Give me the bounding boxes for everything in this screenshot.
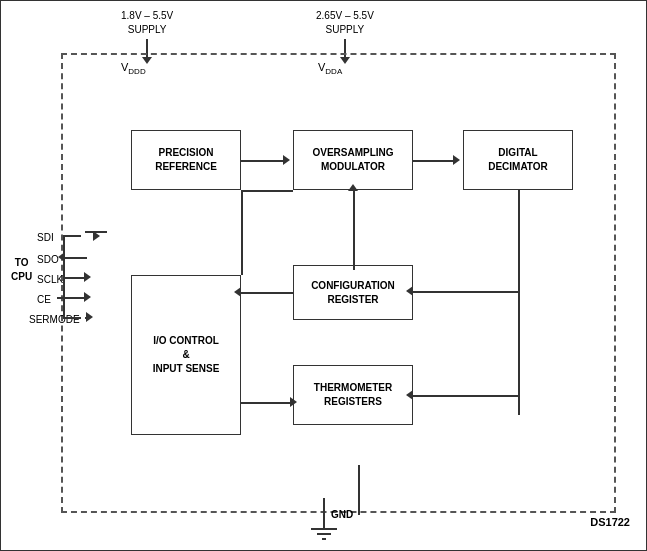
arrow-mod-to-dec: [453, 155, 460, 165]
line-config-to-io-h: [241, 292, 293, 294]
oversampling-modulator-block: OVERSAMPLINGMODULATOR: [293, 130, 413, 190]
arrow-io-to-therm: [290, 397, 297, 407]
line-mod-down-left: [353, 190, 355, 270]
dashed-box: VDDD VDDA PRECISIONREFERENCE OVERSAMPLIN…: [61, 53, 616, 513]
bus-h2: [63, 257, 81, 259]
supply-right-label: SUPPLY: [326, 24, 365, 35]
ce-label: CE: [37, 294, 51, 305]
gnd-line1: [311, 528, 337, 530]
arrow-config-to-io: [234, 287, 241, 297]
line-io-to-therm-h: [241, 402, 293, 404]
bus-h4: [63, 297, 81, 299]
gnd-line3: [322, 538, 326, 540]
sermode-label: SERMODE: [29, 314, 80, 325]
sclk-label: SCLK: [37, 274, 63, 285]
ce-area: CE: [37, 293, 51, 305]
arrow-dec-to-therm: [406, 390, 413, 400]
sdo-area: SDO: [37, 253, 59, 265]
precision-reference-block: PRECISIONREFERENCE: [131, 130, 241, 190]
gnd-line2: [317, 533, 331, 535]
line-mod-to-dec: [413, 160, 456, 162]
sdi-label: SDI: [37, 232, 54, 243]
sclk-area: SCLK: [37, 273, 63, 285]
thermometer-registers-block: THERMOMETERREGISTERS: [293, 365, 413, 425]
bus-h5: [63, 317, 81, 319]
config-register-block: CONFIGURATIONREGISTER: [293, 265, 413, 320]
digital-decimator-block: DIGITALDECIMATOR: [463, 130, 573, 190]
line-io-up-v: [241, 190, 243, 275]
line-ref-to-mod: [241, 160, 286, 162]
gnd-label: GND: [331, 508, 353, 520]
sdo-label: SDO: [37, 254, 59, 265]
bus-h1: [63, 235, 81, 237]
diagram-outer: 1.8V – 5.5V SUPPLY 2.65V – 5.5V SUPPLY V…: [0, 0, 647, 551]
arrow-dec-to-config: [406, 286, 413, 296]
supply-left-label: SUPPLY: [128, 24, 167, 35]
to-cpu-label: TOCPU: [11, 256, 32, 284]
sermode-area: SERMODE: [29, 313, 80, 325]
gnd-v-line: [323, 498, 325, 528]
chip-id-label: DS1722: [590, 516, 630, 528]
io-control-block: I/O CONTROL&INPUT SENSE: [131, 275, 241, 435]
supply-right-voltage: 2.65V – 5.5V: [316, 10, 374, 21]
supply-left-voltage: 1.8V – 5.5V: [121, 10, 173, 21]
line-gnd-v: [358, 465, 360, 515]
line-io-up-h: [241, 190, 293, 192]
vddd-label: VDDD: [121, 61, 146, 76]
line-dec-to-therm-h: [413, 395, 520, 397]
line-dec-down: [518, 190, 520, 335]
arrow-ref-to-mod: [283, 155, 290, 165]
sdi-area: SDI: [37, 231, 79, 243]
bus-h3: [63, 277, 81, 279]
line-dec-to-therm-v: [518, 335, 520, 415]
line-dec-to-config-h: [413, 291, 520, 293]
vdda-label: VDDA: [318, 61, 342, 76]
